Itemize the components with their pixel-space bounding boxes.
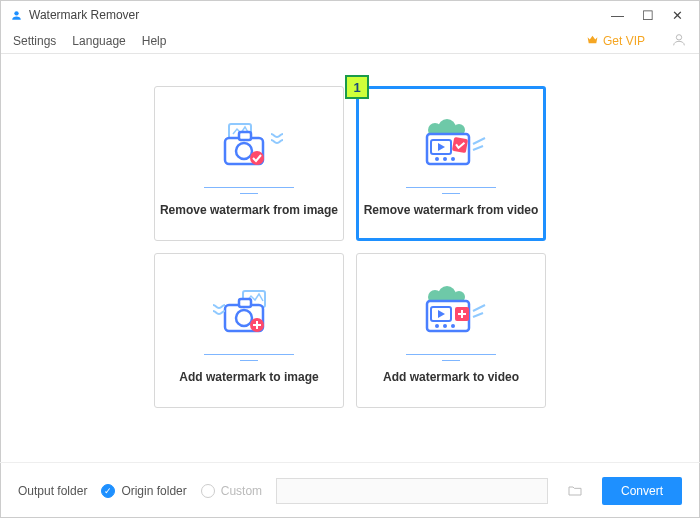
menu-language[interactable]: Language (72, 34, 125, 48)
card-label: Add watermark to video (383, 370, 519, 384)
radio-label: Origin folder (121, 484, 186, 498)
menu-settings[interactable]: Settings (13, 34, 56, 48)
svg-point-28 (435, 324, 439, 328)
folder-icon (567, 483, 583, 499)
card-add-watermark-video[interactable]: Add watermark to video (356, 253, 546, 408)
browse-folder-button[interactable] (562, 478, 588, 504)
svg-line-16 (473, 138, 485, 144)
card-label: Add watermark to image (179, 370, 318, 384)
user-icon[interactable] (671, 32, 687, 51)
divider-deco (194, 354, 304, 356)
app-title: Watermark Remover (29, 8, 611, 22)
card-remove-watermark-image[interactable]: Remove watermark from image (154, 86, 344, 241)
svg-line-17 (473, 146, 483, 150)
footer: Output folder Origin folder Custom Conve… (0, 462, 700, 518)
titlebar: Watermark Remover — ☐ ✕ (1, 1, 699, 29)
divider-deco (194, 187, 304, 189)
svg-rect-20 (239, 299, 251, 307)
svg-point-30 (451, 324, 455, 328)
menubar: Settings Language Help Get VIP (1, 29, 699, 53)
radio-origin-folder[interactable]: Origin folder (101, 484, 186, 498)
crown-icon (586, 33, 599, 49)
close-button[interactable]: ✕ (672, 8, 683, 23)
svg-point-1 (676, 34, 681, 39)
custom-path-input[interactable] (276, 478, 548, 504)
card-label: Remove watermark from image (160, 203, 338, 217)
video-remove-icon (396, 111, 506, 181)
get-vip-button[interactable]: Get VIP (586, 33, 645, 49)
radio-checked-icon (101, 484, 115, 498)
svg-point-29 (443, 324, 447, 328)
radio-unchecked-icon (201, 484, 215, 498)
card-add-watermark-image[interactable]: Add watermark to image (154, 253, 344, 408)
main-content: Remove watermark from image 1 (1, 54, 699, 408)
divider-deco (396, 354, 506, 356)
get-vip-label: Get VIP (603, 34, 645, 48)
app-icon (9, 8, 23, 22)
svg-point-12 (435, 157, 439, 161)
window-controls: — ☐ ✕ (611, 8, 691, 23)
svg-point-6 (250, 151, 264, 165)
svg-point-13 (443, 157, 447, 161)
card-remove-watermark-video[interactable]: 1 Remove watermark from video (356, 86, 546, 241)
menu-help[interactable]: Help (142, 34, 167, 48)
radio-label: Custom (221, 484, 262, 498)
svg-line-32 (473, 305, 485, 311)
minimize-button[interactable]: — (611, 8, 624, 23)
convert-button[interactable]: Convert (602, 477, 682, 505)
svg-rect-4 (239, 132, 251, 140)
annotation-step-1: 1 (345, 75, 369, 99)
camera-add-icon (194, 278, 304, 348)
svg-point-14 (451, 157, 455, 161)
radio-custom-folder[interactable]: Custom (201, 484, 262, 498)
card-label: Remove watermark from video (364, 203, 539, 217)
svg-line-33 (473, 313, 483, 317)
action-grid: Remove watermark from image 1 (154, 86, 546, 408)
camera-remove-icon (194, 111, 304, 181)
divider-deco (396, 187, 506, 189)
video-add-icon (396, 278, 506, 348)
maximize-button[interactable]: ☐ (642, 8, 654, 23)
svg-point-0 (14, 11, 18, 15)
svg-rect-15 (452, 136, 468, 152)
output-folder-label: Output folder (18, 484, 87, 498)
